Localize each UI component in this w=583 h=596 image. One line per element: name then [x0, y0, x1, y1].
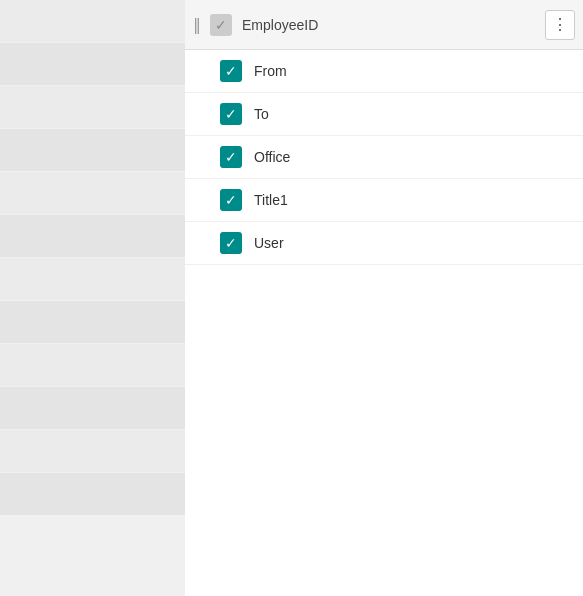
to-checkbox[interactable]: ✓: [220, 103, 242, 125]
user-check-icon: ✓: [225, 235, 237, 251]
more-options-button[interactable]: ⋮: [545, 10, 575, 40]
left-stripe-9: [0, 344, 185, 386]
left-stripe-3: [0, 86, 185, 128]
from-label: From: [254, 63, 287, 79]
left-stripe-12: [0, 473, 185, 515]
from-check-icon: ✓: [225, 63, 237, 79]
office-label: Office: [254, 149, 290, 165]
employee-id-checkbox[interactable]: ✓: [210, 14, 232, 36]
employee-id-label: EmployeeID: [242, 17, 545, 33]
left-stripe-8: [0, 301, 185, 343]
office-check-icon: ✓: [225, 149, 237, 165]
left-stripe-11: [0, 430, 185, 472]
user-checkbox[interactable]: ✓: [220, 232, 242, 254]
empty-area: [185, 265, 583, 545]
employee-id-check-icon: ✓: [215, 17, 227, 33]
list-item-office[interactable]: ✓ Office: [185, 136, 583, 179]
left-stripe-5: [0, 172, 185, 214]
left-stripe-1: [0, 0, 185, 42]
list-item-from[interactable]: ✓ From: [185, 50, 583, 93]
user-label: User: [254, 235, 284, 251]
left-stripe-10: [0, 387, 185, 429]
left-stripe-6: [0, 215, 185, 257]
employee-id-header-row: ‖ ✓ EmployeeID ⋮: [185, 0, 583, 50]
list-item-title1[interactable]: ✓ Title1: [185, 179, 583, 222]
left-stripe-4: [0, 129, 185, 171]
office-checkbox[interactable]: ✓: [220, 146, 242, 168]
list-item-to[interactable]: ✓ To: [185, 93, 583, 136]
title1-check-icon: ✓: [225, 192, 237, 208]
title1-label: Title1: [254, 192, 288, 208]
right-panel: ‖ ✓ EmployeeID ⋮ ✓ From ✓ To ✓ Office ✓ …: [185, 0, 583, 596]
left-stripe-2: [0, 43, 185, 85]
title1-checkbox[interactable]: ✓: [220, 189, 242, 211]
left-panel: [0, 0, 185, 596]
ellipsis-icon: ⋮: [552, 15, 569, 34]
to-label: To: [254, 106, 269, 122]
to-check-icon: ✓: [225, 106, 237, 122]
drag-handle-icon: ‖: [193, 15, 202, 34]
left-stripe-7: [0, 258, 185, 300]
from-checkbox[interactable]: ✓: [220, 60, 242, 82]
list-item-user[interactable]: ✓ User: [185, 222, 583, 265]
